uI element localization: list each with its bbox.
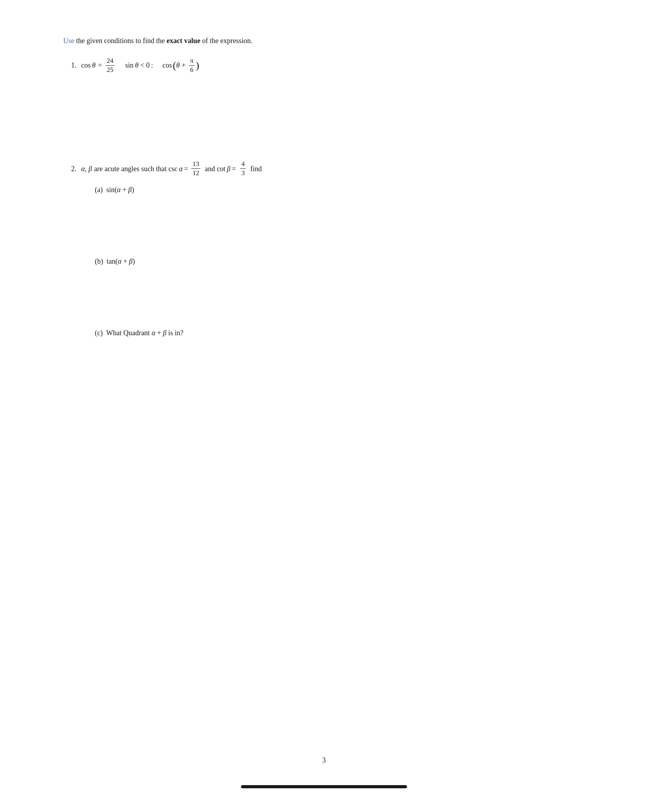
paren-close-large: )	[196, 60, 200, 71]
plus-sign: +	[182, 61, 186, 70]
exact-value-text: exact value	[166, 37, 200, 45]
problem-2: 2. α, β are acute angles such that csc α…	[71, 161, 585, 337]
sin-condition: sin θ < 0 :	[125, 61, 153, 70]
fraction-pi-6: π 6	[189, 57, 195, 74]
problem-2-part-b: (b) tan(α + β)	[95, 257, 585, 266]
alpha-beta-label: α, β	[81, 162, 92, 176]
part-b-label: (b)	[95, 257, 105, 265]
problem-2-part-a: (a) sin(α + β)	[95, 186, 585, 194]
p2-text1: are acute angles such that csc α =	[94, 162, 188, 176]
part-b-expr: tan(α + β)	[107, 257, 135, 265]
problem-1-row: 1. cos θ = 24 25 sin θ < 0 : cos ( θ + π…	[71, 57, 585, 74]
intro-line: Use the given conditions to find the exa…	[63, 36, 585, 46]
denominator-25: 25	[105, 66, 115, 74]
theta-expr: θ	[176, 61, 180, 70]
fraction-13-12: 13 12	[191, 161, 200, 177]
part-c-label: (c)	[95, 329, 104, 337]
problem-1: 1. cos θ = 24 25 sin θ < 0 : cos ( θ + π…	[71, 57, 585, 74]
equals-1: =	[98, 61, 102, 70]
use-link[interactable]: Use	[63, 37, 76, 45]
paren-open-large: (	[173, 60, 176, 71]
pi-denominator: 6	[189, 66, 195, 74]
numerator-24: 24	[105, 57, 115, 66]
cos-expr-label: cos	[162, 61, 172, 70]
page-number: 3	[322, 756, 326, 765]
cos-theta-label: cos θ	[81, 61, 96, 70]
csc-num: 13	[191, 161, 200, 169]
problem-2-part-c: (c) What Quadrant α + β is in?	[95, 329, 585, 337]
fraction-4-3: 4 3	[240, 161, 246, 177]
problem-2-statement: 2. α, β are acute angles such that csc α…	[71, 161, 585, 177]
cot-num: 4	[240, 161, 246, 169]
p2-find-text: find	[250, 162, 262, 176]
fraction-24-25: 24 25	[105, 57, 115, 74]
intro-rest: the given conditions to find the	[76, 37, 167, 45]
csc-den: 12	[191, 169, 200, 177]
intro-end: of the expression.	[200, 37, 252, 45]
part-a-label: (a)	[95, 186, 104, 194]
problem-1-number: 1.	[71, 61, 77, 70]
page-content: Use the given conditions to find the exa…	[0, 0, 648, 416]
pi-numerator: π	[189, 57, 195, 66]
part-c-expr: What Quadrant α + β is in?	[106, 329, 184, 337]
bottom-bar	[241, 785, 407, 788]
part-a-expr: sin(α + β)	[106, 186, 134, 194]
cot-den: 3	[240, 169, 246, 177]
use-text: Use	[63, 37, 74, 45]
p2-and-text: and cot β =	[205, 162, 236, 176]
problem-2-number: 2.	[71, 162, 77, 176]
